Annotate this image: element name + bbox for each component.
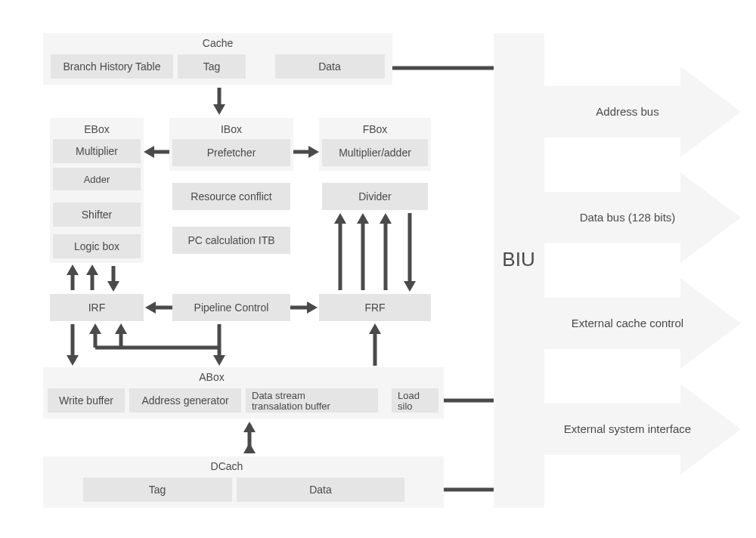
conn-fbox-frf-1 [334,213,346,290]
ebox-logic-text: Logic box [74,240,119,252]
abox-ls-text2: silo [398,400,413,412]
conn-ebox-irf-2 [86,264,98,290]
ibox-pipectl-text: Pipeline Control [194,301,269,314]
conn-irf-abox-down [67,324,79,366]
conn-ebox-irf-3 [107,266,119,292]
conn-ebox-irf-1 [67,264,79,290]
ebox-adder-text: Adder [84,174,110,185]
conn-prefetch-ebox [144,146,169,158]
conn-pipe-down-head [213,355,225,366]
irf-label: IRF [88,301,106,314]
svg-marker-19 [357,213,369,224]
conn-fbox-frf-4 [404,213,416,292]
conn-abox-frf [369,323,381,366]
svg-marker-13 [145,301,156,314]
cache-data-text: Data [318,60,341,73]
ext-cache-label: External cache control [572,317,683,329]
abox-label: ABox [199,371,224,383]
conn-irf-abox-up [89,323,101,348]
dcach-label: DCach [211,460,243,472]
svg-marker-3 [144,146,154,158]
abox-dstb-text2: transalation buffer [252,400,330,412]
svg-marker-32 [243,443,256,453]
svg-marker-27 [89,323,101,334]
data-bus-label: Data bus (128 bits) [580,211,676,224]
ibox-pccalc-text: PC calculation ITB [187,234,274,246]
conn-cache-ibox [213,88,225,115]
address-bus-label: Address bus [596,105,658,118]
svg-marker-29 [369,323,381,334]
ebox-mult-text: Multiplier [76,145,118,157]
svg-marker-1 [213,104,225,115]
biu-box [494,33,544,508]
svg-marker-11 [107,281,119,292]
fbox-label: FBox [363,123,388,135]
dcach-tag-text: Tag [149,484,166,496]
conn-prefetch-fbox [293,146,319,158]
svg-marker-7 [67,264,79,275]
fbox-mult-text: Multiplier/adder [339,147,411,159]
dcach-data-text: Data [309,484,332,496]
svg-marker-23 [404,281,416,292]
ibox-resconf-text: Resource conflict [191,190,271,203]
svg-marker-21 [380,213,392,224]
cache-tag-text: Tag [203,60,221,73]
abox-ls-text1: Load [398,390,420,401]
ebox-label: EBox [84,123,109,135]
data-bus-arrow: Data bus (128 bits) [544,172,741,263]
svg-marker-9 [86,264,98,275]
svg-marker-15 [307,301,318,314]
ext-cache-arrow: External cache control [544,278,741,369]
svg-marker-17 [334,213,346,224]
address-bus-arrow: Address bus [544,66,741,157]
abox-dstb-text1: Data stream [252,390,305,401]
cache-bht-text: Branch History Table [64,60,161,73]
conn-pipe-irf [145,301,172,314]
abox-ag-text: Address generator [141,394,229,407]
conn-horiz-up-head [115,323,127,334]
conn-fbox-frf-3 [380,213,392,290]
ext-sys-label: External system interface [564,422,691,435]
fbox-div-text: Divider [358,190,392,203]
biu-label: BIU [502,248,534,271]
conn-pipe-frf [290,301,318,314]
svg-marker-5 [308,146,319,158]
abox-wb-text: Write buffer [59,394,113,407]
cache-label: Cache [203,37,234,49]
ext-sys-arrow: External system interface [544,384,741,475]
conn-abox-dcach [243,422,256,453]
frf-label: FRF [364,301,385,314]
conn-fbox-frf-2 [357,213,369,290]
ibox-prefetch-text: Prefetcher [207,147,256,159]
svg-marker-31 [243,422,256,432]
ibox-label: IBox [221,123,242,135]
ebox-shifter-text: Shifter [82,209,113,221]
svg-marker-25 [67,355,79,366]
